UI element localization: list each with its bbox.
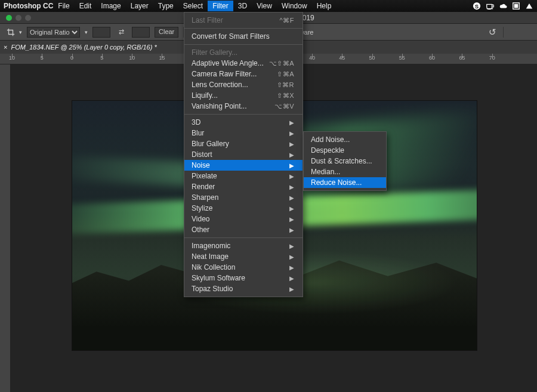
menu-group-stylize[interactable]: Stylize▶ [184,203,303,214]
reset-icon[interactable]: ↺ [486,26,498,38]
menu-plugin-neat-image[interactable]: Neat Image▶ [184,251,303,262]
menu-liquify[interactable]: Liquify...⇧⌘X [184,90,303,101]
menu-window[interactable]: Window [277,1,312,11]
submenu-arrow-icon: ▶ [289,130,294,137]
menu-last-filter: Last Filter^⌘F [184,15,303,26]
max-dot[interactable] [25,15,31,21]
ruler-label: 40 [309,55,315,61]
submenu-arrow-icon: ▶ [289,275,294,282]
menu-filter-gallery: Filter Gallery... [184,47,303,58]
submenu-arrow-icon: ▶ [289,243,294,249]
ruler-label: 45 [339,55,345,61]
swap-icon[interactable]: ⇄ [115,26,127,38]
submenu-arrow-icon: ▶ [289,152,294,158]
ruler-label: 0 [70,55,73,61]
filter-menu: Last Filter^⌘F Convert for Smart Filters… [184,12,303,297]
menu-plugin-skylum-software[interactable]: Skylum Software▶ [184,273,303,283]
menu-group-pixelate[interactable]: Pixelate▶ [184,171,303,181]
ruler-label: 10 [129,55,135,61]
menu-edit[interactable]: Edit [75,1,97,11]
ruler-label: 5 [100,55,103,61]
frame-icon[interactable] [512,2,520,10]
width-field[interactable] [92,27,110,38]
menu-plugin-imagenomic[interactable]: Imagenomic▶ [184,240,303,251]
submenu-arrow-icon: ▶ [289,264,294,271]
svg-text:S: S [475,3,479,10]
chevron-down-icon[interactable]: ▾ [19,29,22,35]
clear-button[interactable]: Clear [155,27,178,38]
ruler-label: 5 [41,55,44,61]
submenu-median[interactable]: Median... [304,166,386,177]
ruler-label: 10 [9,55,15,61]
skype-icon[interactable]: S [473,2,481,10]
ruler-label: 65 [459,55,465,61]
submenu-dust-&-scratches[interactable]: Dust & Scratches... [304,156,386,166]
vertical-ruler [0,64,11,392]
menu-group-noise[interactable]: Noise▶ [184,160,303,171]
menu-adaptive-wide-angle[interactable]: Adaptive Wide Angle...⌥⇧⌘A [184,58,303,69]
ruler-label: 55 [399,55,405,61]
menu-image[interactable]: Image [96,1,125,11]
menu-camera-raw-filter[interactable]: Camera Raw Filter...⇧⌘A [184,69,303,79]
close-tab-icon[interactable]: × [4,44,7,51]
coffee-icon[interactable] [486,2,494,10]
menu-help[interactable]: Help [312,1,337,11]
noise-submenu: Add Noise...DespeckleDust & Scratches...… [303,131,387,191]
menu-3d[interactable]: 3D [233,1,252,11]
chevron-down-icon[interactable]: ▾ [85,29,88,35]
submenu-despeckle[interactable]: Despeckle [304,145,386,156]
menu-file[interactable]: File [53,1,74,11]
menu-select[interactable]: Select [178,1,208,11]
submenu-arrow-icon: ▶ [289,216,294,223]
menu-plugin-nik-collection[interactable]: Nik Collection▶ [184,262,303,273]
submenu-arrow-icon: ▶ [289,227,294,233]
menu-plugin-topaz-studio[interactable]: Topaz Studio▶ [184,283,303,294]
mountain-icon[interactable] [525,2,533,10]
os-menubar: Photoshop CC FileEditImageLayerTypeSelec… [0,0,537,12]
menu-group-3d[interactable]: 3D▶ [184,117,303,128]
submenu-arrow-icon: ▶ [289,254,294,260]
submenu-arrow-icon: ▶ [289,286,294,292]
submenu-arrow-icon: ▶ [289,184,294,190]
menu-vanishing-point[interactable]: Vanishing Point...⌥⌘V [184,101,303,112]
submenu-arrow-icon: ▶ [289,205,294,212]
ruler-label: 60 [429,55,435,61]
menu-layer[interactable]: Layer [126,1,153,11]
close-dot[interactable] [6,15,12,21]
menu-group-blur[interactable]: Blur▶ [184,128,303,138]
submenu-arrow-icon: ▶ [289,195,294,201]
ruler-label: 70 [489,55,495,61]
menu-group-render[interactable]: Render▶ [184,181,303,192]
menu-group-blur-gallery[interactable]: Blur Gallery▶ [184,138,303,149]
menu-group-sharpen[interactable]: Sharpen▶ [184,192,303,203]
menu-group-distort[interactable]: Distort▶ [184,149,303,160]
menu-type[interactable]: Type [153,1,178,11]
crop-tool-icon[interactable] [5,26,17,38]
submenu-arrow-icon: ▶ [289,141,294,147]
app-name: Photoshop CC [4,2,53,10]
document-tab-label: FOM_1834.NEF @ 25% (Layer 0 copy, RGB/16… [11,44,156,51]
aspect-ratio-select[interactable]: Original Ratio [27,27,80,38]
svg-rect-4 [514,4,517,7]
submenu-reduce-noise[interactable]: Reduce Noise... [304,177,386,188]
traffic-lights[interactable] [0,15,31,21]
menu-group-other[interactable]: Other▶ [184,224,303,235]
min-dot[interactable] [16,15,21,21]
menu-view[interactable]: View [252,1,277,11]
menu-group-video[interactable]: Video▶ [184,214,303,224]
submenu-arrow-icon: ▶ [289,119,294,126]
ruler-label: 15 [159,55,165,61]
ruler-label: 50 [369,55,375,61]
height-field[interactable] [132,27,150,38]
menu-lens-correction[interactable]: Lens Correction...⇧⌘R [184,79,303,90]
submenu-add-noise[interactable]: Add Noise... [304,134,386,145]
cloud-icon[interactable] [499,2,507,10]
submenu-arrow-icon: ▶ [289,162,294,169]
menu-filter[interactable]: Filter [208,1,233,11]
submenu-arrow-icon: ▶ [289,173,294,180]
svg-rect-2 [487,8,493,9]
system-tray: S [473,2,533,10]
menu-convert-smart[interactable]: Convert for Smart Filters [184,31,303,42]
